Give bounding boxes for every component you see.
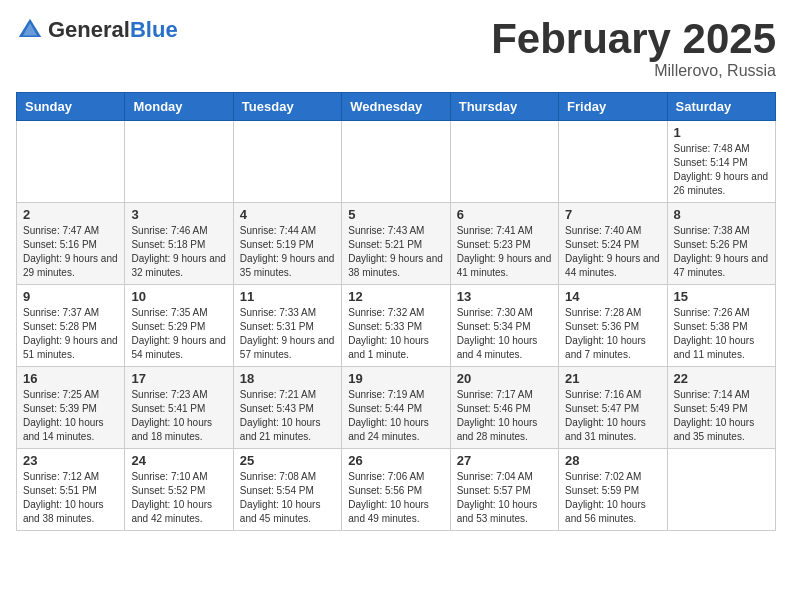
day-number: 5 <box>348 207 443 222</box>
day-number: 11 <box>240 289 335 304</box>
day-number: 7 <box>565 207 660 222</box>
month-title: February 2025 <box>491 16 776 62</box>
calendar-cell: 13Sunrise: 7:30 AM Sunset: 5:34 PM Dayli… <box>450 285 558 367</box>
calendar-cell <box>233 121 341 203</box>
day-number: 13 <box>457 289 552 304</box>
logo-text: GeneralBlue <box>48 19 178 41</box>
day-number: 16 <box>23 371 118 386</box>
calendar-cell: 28Sunrise: 7:02 AM Sunset: 5:59 PM Dayli… <box>559 449 667 531</box>
day-detail: Sunrise: 7:19 AM Sunset: 5:44 PM Dayligh… <box>348 388 443 444</box>
calendar-week-row: 2Sunrise: 7:47 AM Sunset: 5:16 PM Daylig… <box>17 203 776 285</box>
day-number: 9 <box>23 289 118 304</box>
calendar-cell: 4Sunrise: 7:44 AM Sunset: 5:19 PM Daylig… <box>233 203 341 285</box>
calendar-cell: 7Sunrise: 7:40 AM Sunset: 5:24 PM Daylig… <box>559 203 667 285</box>
day-number: 28 <box>565 453 660 468</box>
day-detail: Sunrise: 7:12 AM Sunset: 5:51 PM Dayligh… <box>23 470 118 526</box>
day-number: 8 <box>674 207 769 222</box>
logo-blue: Blue <box>130 17 178 42</box>
calendar-week-row: 16Sunrise: 7:25 AM Sunset: 5:39 PM Dayli… <box>17 367 776 449</box>
day-number: 17 <box>131 371 226 386</box>
day-detail: Sunrise: 7:21 AM Sunset: 5:43 PM Dayligh… <box>240 388 335 444</box>
calendar-cell <box>342 121 450 203</box>
day-detail: Sunrise: 7:26 AM Sunset: 5:38 PM Dayligh… <box>674 306 769 362</box>
logo: GeneralBlue <box>16 16 178 44</box>
day-number: 15 <box>674 289 769 304</box>
day-detail: Sunrise: 7:47 AM Sunset: 5:16 PM Dayligh… <box>23 224 118 280</box>
calendar-cell: 21Sunrise: 7:16 AM Sunset: 5:47 PM Dayli… <box>559 367 667 449</box>
calendar-cell: 16Sunrise: 7:25 AM Sunset: 5:39 PM Dayli… <box>17 367 125 449</box>
logo-general: General <box>48 17 130 42</box>
title-block: February 2025 Millerovo, Russia <box>491 16 776 80</box>
weekday-header-friday: Friday <box>559 93 667 121</box>
calendar-cell: 23Sunrise: 7:12 AM Sunset: 5:51 PM Dayli… <box>17 449 125 531</box>
calendar-cell: 6Sunrise: 7:41 AM Sunset: 5:23 PM Daylig… <box>450 203 558 285</box>
day-detail: Sunrise: 7:23 AM Sunset: 5:41 PM Dayligh… <box>131 388 226 444</box>
day-number: 20 <box>457 371 552 386</box>
day-number: 25 <box>240 453 335 468</box>
calendar-cell: 20Sunrise: 7:17 AM Sunset: 5:46 PM Dayli… <box>450 367 558 449</box>
calendar-cell: 25Sunrise: 7:08 AM Sunset: 5:54 PM Dayli… <box>233 449 341 531</box>
day-number: 14 <box>565 289 660 304</box>
calendar-table: SundayMondayTuesdayWednesdayThursdayFrid… <box>16 92 776 531</box>
calendar-cell: 24Sunrise: 7:10 AM Sunset: 5:52 PM Dayli… <box>125 449 233 531</box>
day-detail: Sunrise: 7:41 AM Sunset: 5:23 PM Dayligh… <box>457 224 552 280</box>
day-number: 4 <box>240 207 335 222</box>
day-detail: Sunrise: 7:33 AM Sunset: 5:31 PM Dayligh… <box>240 306 335 362</box>
day-number: 21 <box>565 371 660 386</box>
calendar-cell: 5Sunrise: 7:43 AM Sunset: 5:21 PM Daylig… <box>342 203 450 285</box>
logo-icon <box>16 16 44 44</box>
day-number: 24 <box>131 453 226 468</box>
calendar-cell: 11Sunrise: 7:33 AM Sunset: 5:31 PM Dayli… <box>233 285 341 367</box>
day-detail: Sunrise: 7:30 AM Sunset: 5:34 PM Dayligh… <box>457 306 552 362</box>
calendar-cell: 10Sunrise: 7:35 AM Sunset: 5:29 PM Dayli… <box>125 285 233 367</box>
calendar-cell: 1Sunrise: 7:48 AM Sunset: 5:14 PM Daylig… <box>667 121 775 203</box>
day-number: 12 <box>348 289 443 304</box>
day-number: 3 <box>131 207 226 222</box>
calendar-cell: 8Sunrise: 7:38 AM Sunset: 5:26 PM Daylig… <box>667 203 775 285</box>
day-detail: Sunrise: 7:10 AM Sunset: 5:52 PM Dayligh… <box>131 470 226 526</box>
calendar-cell: 15Sunrise: 7:26 AM Sunset: 5:38 PM Dayli… <box>667 285 775 367</box>
calendar-week-row: 9Sunrise: 7:37 AM Sunset: 5:28 PM Daylig… <box>17 285 776 367</box>
day-detail: Sunrise: 7:14 AM Sunset: 5:49 PM Dayligh… <box>674 388 769 444</box>
calendar-cell: 18Sunrise: 7:21 AM Sunset: 5:43 PM Dayli… <box>233 367 341 449</box>
calendar-cell: 17Sunrise: 7:23 AM Sunset: 5:41 PM Dayli… <box>125 367 233 449</box>
day-number: 22 <box>674 371 769 386</box>
calendar-cell: 3Sunrise: 7:46 AM Sunset: 5:18 PM Daylig… <box>125 203 233 285</box>
day-detail: Sunrise: 7:17 AM Sunset: 5:46 PM Dayligh… <box>457 388 552 444</box>
day-number: 26 <box>348 453 443 468</box>
day-detail: Sunrise: 7:06 AM Sunset: 5:56 PM Dayligh… <box>348 470 443 526</box>
day-number: 6 <box>457 207 552 222</box>
day-detail: Sunrise: 7:37 AM Sunset: 5:28 PM Dayligh… <box>23 306 118 362</box>
day-detail: Sunrise: 7:48 AM Sunset: 5:14 PM Dayligh… <box>674 142 769 198</box>
day-detail: Sunrise: 7:38 AM Sunset: 5:26 PM Dayligh… <box>674 224 769 280</box>
day-number: 19 <box>348 371 443 386</box>
calendar-week-row: 23Sunrise: 7:12 AM Sunset: 5:51 PM Dayli… <box>17 449 776 531</box>
day-number: 10 <box>131 289 226 304</box>
day-number: 2 <box>23 207 118 222</box>
day-detail: Sunrise: 7:28 AM Sunset: 5:36 PM Dayligh… <box>565 306 660 362</box>
calendar-cell <box>125 121 233 203</box>
day-detail: Sunrise: 7:46 AM Sunset: 5:18 PM Dayligh… <box>131 224 226 280</box>
day-detail: Sunrise: 7:44 AM Sunset: 5:19 PM Dayligh… <box>240 224 335 280</box>
page-header: GeneralBlue February 2025 Millerovo, Rus… <box>16 16 776 80</box>
day-detail: Sunrise: 7:35 AM Sunset: 5:29 PM Dayligh… <box>131 306 226 362</box>
weekday-header-tuesday: Tuesday <box>233 93 341 121</box>
weekday-header-monday: Monday <box>125 93 233 121</box>
calendar-cell <box>450 121 558 203</box>
calendar-cell: 19Sunrise: 7:19 AM Sunset: 5:44 PM Dayli… <box>342 367 450 449</box>
location-subtitle: Millerovo, Russia <box>491 62 776 80</box>
calendar-cell: 2Sunrise: 7:47 AM Sunset: 5:16 PM Daylig… <box>17 203 125 285</box>
day-number: 27 <box>457 453 552 468</box>
day-detail: Sunrise: 7:16 AM Sunset: 5:47 PM Dayligh… <box>565 388 660 444</box>
calendar-cell: 27Sunrise: 7:04 AM Sunset: 5:57 PM Dayli… <box>450 449 558 531</box>
weekday-header-wednesday: Wednesday <box>342 93 450 121</box>
day-detail: Sunrise: 7:08 AM Sunset: 5:54 PM Dayligh… <box>240 470 335 526</box>
calendar-cell: 14Sunrise: 7:28 AM Sunset: 5:36 PM Dayli… <box>559 285 667 367</box>
calendar-cell <box>17 121 125 203</box>
day-detail: Sunrise: 7:02 AM Sunset: 5:59 PM Dayligh… <box>565 470 660 526</box>
day-number: 1 <box>674 125 769 140</box>
weekday-header-thursday: Thursday <box>450 93 558 121</box>
day-number: 23 <box>23 453 118 468</box>
calendar-header-row: SundayMondayTuesdayWednesdayThursdayFrid… <box>17 93 776 121</box>
calendar-cell <box>559 121 667 203</box>
